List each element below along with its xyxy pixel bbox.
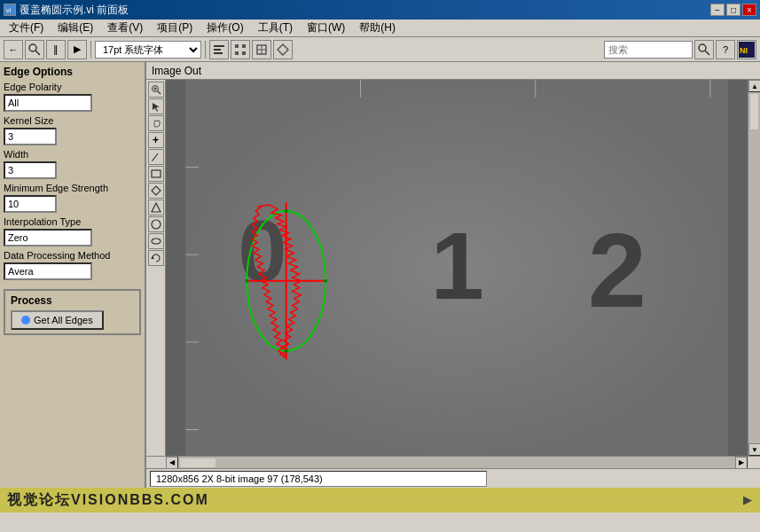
image-area-wrapper: +	[146, 80, 760, 456]
labview-icon: NI	[737, 40, 756, 59]
horizontal-scrollbar[interactable]: ◀ ▶	[166, 457, 748, 469]
svg-point-47	[285, 209, 288, 213]
scroll-left-button[interactable]: ◀	[166, 457, 178, 469]
menu-operate[interactable]: 操作(O)	[200, 19, 250, 37]
hscroll-track[interactable]	[178, 457, 735, 469]
vtool-triangle[interactable]	[148, 200, 164, 215]
data-processing-input[interactable]	[4, 262, 92, 280]
status-text: 1280x856 2X 8-bit image 97 (178,543)	[150, 471, 487, 487]
menu-edit[interactable]: 编辑(E)	[51, 19, 100, 37]
svg-point-50	[324, 279, 327, 283]
svg-line-24	[153, 153, 158, 160]
svg-marker-27	[152, 186, 161, 195]
close-button[interactable]: ×	[742, 4, 756, 16]
scroll-right-button[interactable]: ▶	[735, 457, 748, 469]
svg-point-49	[245, 279, 248, 283]
vtool-rotate[interactable]	[148, 250, 164, 266]
image-panel-title: Image Out	[146, 62, 760, 80]
search-input[interactable]	[604, 41, 693, 59]
width-label: Width	[4, 149, 141, 160]
horizontal-scrollbar-row: ◀ ▶	[146, 456, 760, 468]
reorder-button[interactable]	[273, 40, 293, 59]
menu-view[interactable]: 查看(V)	[100, 19, 150, 37]
kernel-size-label: Kernel Size	[4, 115, 141, 126]
left-panel: Edge Options Edge Polarity Kernel Size W…	[0, 62, 146, 488]
back-button[interactable]: ←	[4, 40, 23, 59]
svg-text:2: 2	[588, 212, 646, 329]
menu-tools[interactable]: 工具(T)	[251, 19, 300, 37]
vtool-pencil[interactable]	[148, 149, 164, 165]
vtool-cursor[interactable]	[148, 98, 164, 114]
vertical-scrollbar[interactable]: ▲ ▼	[748, 80, 760, 456]
maximize-button[interactable]: □	[726, 4, 740, 16]
search-execute-button[interactable]	[694, 40, 714, 59]
svg-line-16	[705, 51, 709, 55]
min-edge-strength-label: Minimum Edge Strength	[4, 183, 141, 193]
run-button[interactable]: ▶	[67, 40, 87, 59]
app-icon: vi	[4, 4, 16, 16]
vtool-diamond[interactable]	[148, 183, 164, 199]
interpolation-type-input[interactable]	[4, 229, 92, 246]
bottom-bar-arrow[interactable]: ▶	[743, 494, 753, 506]
width-input[interactable]	[4, 161, 57, 179]
svg-point-15	[699, 44, 706, 51]
right-panel: Image Out +	[146, 62, 760, 488]
scroll-down-button[interactable]: ▼	[748, 443, 760, 456]
image-canvas[interactable]: 0 1 2	[166, 80, 748, 456]
bottom-bar: 视觉论坛VISIONBBS.COM ▶	[0, 488, 760, 512]
titlebar-title: 覆盖椭圆示例.vi 前面板	[20, 3, 129, 18]
kernel-size-input[interactable]	[4, 128, 57, 145]
scroll-up-button[interactable]: ▲	[748, 80, 760, 92]
svg-rect-5	[214, 49, 221, 51]
edge-options-title: Edge Options	[4, 66, 141, 78]
resize-button[interactable]	[252, 40, 271, 59]
minimize-button[interactable]: −	[710, 4, 725, 16]
scroll-track-v[interactable]	[748, 92, 760, 443]
menu-window[interactable]: 窗口(W)	[300, 19, 352, 37]
svg-rect-10	[242, 51, 246, 55]
menubar: 文件(F) 编辑(E) 查看(V) 项目(P) 操作(O) 工具(T) 窗口(W…	[0, 20, 760, 37]
process-section: Process Get All Edges	[4, 289, 141, 335]
svg-text:NI: NI	[740, 46, 748, 55]
svg-rect-4	[214, 45, 224, 47]
svg-rect-26	[152, 170, 161, 177]
svg-line-20	[157, 91, 161, 95]
statusbar: 1280x856 2X 8-bit image 97 (178,543)	[146, 468, 760, 488]
align-button[interactable]	[209, 40, 229, 59]
vtool-rect[interactable]	[148, 166, 164, 182]
process-btn-icon	[21, 316, 30, 325]
separator-2	[205, 41, 206, 59]
help-button[interactable]: ?	[716, 40, 735, 59]
svg-marker-14	[278, 44, 288, 55]
edge-polarity-label: Edge Polarity	[4, 82, 141, 92]
edge-polarity-input[interactable]	[4, 94, 92, 112]
svg-point-29	[152, 220, 161, 229]
main-area: Edge Options Edge Polarity Kernel Size W…	[0, 62, 760, 488]
vtool-plus[interactable]: +	[148, 132, 164, 148]
svg-point-48	[285, 349, 288, 353]
svg-rect-9	[235, 51, 239, 55]
font-selector[interactable]: 17pt 系统字体	[95, 41, 201, 59]
distribute-button[interactable]	[231, 40, 250, 59]
image-svg: 0 1 2	[166, 80, 748, 456]
pause-button[interactable]: ‖	[46, 40, 66, 59]
titlebar: vi 覆盖椭圆示例.vi 前面板 − □ ×	[0, 0, 760, 20]
svg-point-30	[152, 239, 161, 244]
vtool-circle[interactable]	[148, 216, 164, 232]
interpolation-type-label: Interpolation Type	[4, 216, 141, 227]
min-edge-strength-input[interactable]	[4, 195, 57, 213]
vtool-zoom[interactable]	[148, 82, 164, 98]
search-btn[interactable]	[25, 40, 44, 59]
menu-help[interactable]: 帮助(H)	[352, 19, 403, 37]
svg-rect-7	[235, 44, 239, 48]
vtool-hand[interactable]	[148, 115, 164, 131]
toolbar: ← ‖ ▶ 17pt 系统字体 ? NI	[0, 37, 760, 62]
svg-text:vi: vi	[6, 6, 12, 14]
get-all-edges-button[interactable]: Get All Edges	[11, 310, 104, 330]
get-all-edges-label: Get All Edges	[34, 315, 93, 325]
vtool-ellipse[interactable]	[148, 233, 164, 249]
menu-project[interactable]: 项目(P)	[150, 19, 200, 37]
svg-marker-31	[151, 256, 154, 259]
menu-file[interactable]: 文件(F)	[2, 19, 51, 37]
data-processing-label: Data Processing Method	[4, 250, 141, 261]
